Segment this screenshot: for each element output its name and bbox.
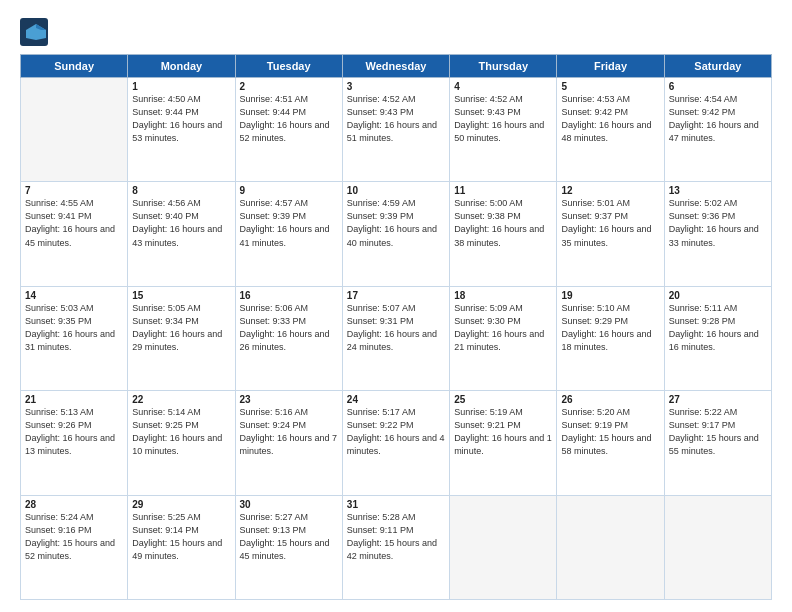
calendar-cell: 9Sunrise: 4:57 AMSunset: 9:39 PMDaylight… bbox=[235, 182, 342, 286]
dow-header: Wednesday bbox=[342, 55, 449, 78]
logo bbox=[20, 18, 52, 46]
day-number: 6 bbox=[669, 81, 767, 92]
day-number: 17 bbox=[347, 290, 445, 301]
calendar-cell: 25Sunrise: 5:19 AMSunset: 9:21 PMDayligh… bbox=[450, 391, 557, 495]
day-number: 8 bbox=[132, 185, 230, 196]
calendar-cell: 13Sunrise: 5:02 AMSunset: 9:36 PMDayligh… bbox=[664, 182, 771, 286]
calendar-cell: 21Sunrise: 5:13 AMSunset: 9:26 PMDayligh… bbox=[21, 391, 128, 495]
calendar-cell bbox=[21, 78, 128, 182]
cell-content: Sunrise: 4:52 AMSunset: 9:43 PMDaylight:… bbox=[347, 94, 437, 143]
dow-header: Tuesday bbox=[235, 55, 342, 78]
calendar-cell: 3Sunrise: 4:52 AMSunset: 9:43 PMDaylight… bbox=[342, 78, 449, 182]
calendar-cell: 11Sunrise: 5:00 AMSunset: 9:38 PMDayligh… bbox=[450, 182, 557, 286]
cell-content: Sunrise: 5:00 AMSunset: 9:38 PMDaylight:… bbox=[454, 198, 544, 247]
cell-content: Sunrise: 5:14 AMSunset: 9:25 PMDaylight:… bbox=[132, 407, 222, 456]
calendar-cell: 6Sunrise: 4:54 AMSunset: 9:42 PMDaylight… bbox=[664, 78, 771, 182]
day-number: 4 bbox=[454, 81, 552, 92]
calendar-cell: 15Sunrise: 5:05 AMSunset: 9:34 PMDayligh… bbox=[128, 286, 235, 390]
calendar-cell: 10Sunrise: 4:59 AMSunset: 9:39 PMDayligh… bbox=[342, 182, 449, 286]
day-number: 21 bbox=[25, 394, 123, 405]
dow-header: Monday bbox=[128, 55, 235, 78]
cell-content: Sunrise: 4:54 AMSunset: 9:42 PMDaylight:… bbox=[669, 94, 759, 143]
day-number: 1 bbox=[132, 81, 230, 92]
cell-content: Sunrise: 5:02 AMSunset: 9:36 PMDaylight:… bbox=[669, 198, 759, 247]
calendar-week-row: 14Sunrise: 5:03 AMSunset: 9:35 PMDayligh… bbox=[21, 286, 772, 390]
calendar-week-row: 21Sunrise: 5:13 AMSunset: 9:26 PMDayligh… bbox=[21, 391, 772, 495]
dow-header: Sunday bbox=[21, 55, 128, 78]
header bbox=[20, 18, 772, 46]
calendar-week-row: 1Sunrise: 4:50 AMSunset: 9:44 PMDaylight… bbox=[21, 78, 772, 182]
day-number: 9 bbox=[240, 185, 338, 196]
cell-content: Sunrise: 5:28 AMSunset: 9:11 PMDaylight:… bbox=[347, 512, 437, 561]
calendar-cell: 17Sunrise: 5:07 AMSunset: 9:31 PMDayligh… bbox=[342, 286, 449, 390]
day-number: 12 bbox=[561, 185, 659, 196]
day-number: 18 bbox=[454, 290, 552, 301]
day-number: 3 bbox=[347, 81, 445, 92]
calendar-cell: 24Sunrise: 5:17 AMSunset: 9:22 PMDayligh… bbox=[342, 391, 449, 495]
day-number: 31 bbox=[347, 499, 445, 510]
page: SundayMondayTuesdayWednesdayThursdayFrid… bbox=[0, 0, 792, 612]
calendar-table: SundayMondayTuesdayWednesdayThursdayFrid… bbox=[20, 54, 772, 600]
cell-content: Sunrise: 5:09 AMSunset: 9:30 PMDaylight:… bbox=[454, 303, 544, 352]
calendar-cell: 4Sunrise: 4:52 AMSunset: 9:43 PMDaylight… bbox=[450, 78, 557, 182]
cell-content: Sunrise: 5:05 AMSunset: 9:34 PMDaylight:… bbox=[132, 303, 222, 352]
cell-content: Sunrise: 5:16 AMSunset: 9:24 PMDaylight:… bbox=[240, 407, 338, 456]
calendar-week-row: 28Sunrise: 5:24 AMSunset: 9:16 PMDayligh… bbox=[21, 495, 772, 599]
cell-content: Sunrise: 5:07 AMSunset: 9:31 PMDaylight:… bbox=[347, 303, 437, 352]
day-number: 30 bbox=[240, 499, 338, 510]
cell-content: Sunrise: 5:24 AMSunset: 9:16 PMDaylight:… bbox=[25, 512, 115, 561]
cell-content: Sunrise: 5:13 AMSunset: 9:26 PMDaylight:… bbox=[25, 407, 115, 456]
calendar-cell: 14Sunrise: 5:03 AMSunset: 9:35 PMDayligh… bbox=[21, 286, 128, 390]
calendar-cell: 31Sunrise: 5:28 AMSunset: 9:11 PMDayligh… bbox=[342, 495, 449, 599]
cell-content: Sunrise: 5:03 AMSunset: 9:35 PMDaylight:… bbox=[25, 303, 115, 352]
day-number: 29 bbox=[132, 499, 230, 510]
calendar-cell: 5Sunrise: 4:53 AMSunset: 9:42 PMDaylight… bbox=[557, 78, 664, 182]
calendar-cell bbox=[664, 495, 771, 599]
calendar-cell: 1Sunrise: 4:50 AMSunset: 9:44 PMDaylight… bbox=[128, 78, 235, 182]
calendar-cell: 26Sunrise: 5:20 AMSunset: 9:19 PMDayligh… bbox=[557, 391, 664, 495]
cell-content: Sunrise: 5:11 AMSunset: 9:28 PMDaylight:… bbox=[669, 303, 759, 352]
day-number: 27 bbox=[669, 394, 767, 405]
day-number: 10 bbox=[347, 185, 445, 196]
day-number: 23 bbox=[240, 394, 338, 405]
cell-content: Sunrise: 5:06 AMSunset: 9:33 PMDaylight:… bbox=[240, 303, 330, 352]
day-number: 15 bbox=[132, 290, 230, 301]
day-number: 13 bbox=[669, 185, 767, 196]
days-of-week-row: SundayMondayTuesdayWednesdayThursdayFrid… bbox=[21, 55, 772, 78]
day-number: 7 bbox=[25, 185, 123, 196]
day-number: 2 bbox=[240, 81, 338, 92]
calendar-cell: 27Sunrise: 5:22 AMSunset: 9:17 PMDayligh… bbox=[664, 391, 771, 495]
day-number: 20 bbox=[669, 290, 767, 301]
calendar-cell: 7Sunrise: 4:55 AMSunset: 9:41 PMDaylight… bbox=[21, 182, 128, 286]
cell-content: Sunrise: 5:27 AMSunset: 9:13 PMDaylight:… bbox=[240, 512, 330, 561]
day-number: 22 bbox=[132, 394, 230, 405]
day-number: 28 bbox=[25, 499, 123, 510]
day-number: 24 bbox=[347, 394, 445, 405]
calendar-cell: 30Sunrise: 5:27 AMSunset: 9:13 PMDayligh… bbox=[235, 495, 342, 599]
cell-content: Sunrise: 5:17 AMSunset: 9:22 PMDaylight:… bbox=[347, 407, 445, 456]
cell-content: Sunrise: 5:20 AMSunset: 9:19 PMDaylight:… bbox=[561, 407, 651, 456]
cell-content: Sunrise: 5:19 AMSunset: 9:21 PMDaylight:… bbox=[454, 407, 552, 456]
calendar-body: 1Sunrise: 4:50 AMSunset: 9:44 PMDaylight… bbox=[21, 78, 772, 600]
calendar-cell bbox=[450, 495, 557, 599]
calendar-cell: 16Sunrise: 5:06 AMSunset: 9:33 PMDayligh… bbox=[235, 286, 342, 390]
calendar-cell: 8Sunrise: 4:56 AMSunset: 9:40 PMDaylight… bbox=[128, 182, 235, 286]
dow-header: Saturday bbox=[664, 55, 771, 78]
day-number: 16 bbox=[240, 290, 338, 301]
calendar-cell: 12Sunrise: 5:01 AMSunset: 9:37 PMDayligh… bbox=[557, 182, 664, 286]
day-number: 14 bbox=[25, 290, 123, 301]
dow-header: Thursday bbox=[450, 55, 557, 78]
day-number: 26 bbox=[561, 394, 659, 405]
day-number: 25 bbox=[454, 394, 552, 405]
calendar-week-row: 7Sunrise: 4:55 AMSunset: 9:41 PMDaylight… bbox=[21, 182, 772, 286]
calendar-cell: 2Sunrise: 4:51 AMSunset: 9:44 PMDaylight… bbox=[235, 78, 342, 182]
calendar-cell: 23Sunrise: 5:16 AMSunset: 9:24 PMDayligh… bbox=[235, 391, 342, 495]
calendar-cell: 29Sunrise: 5:25 AMSunset: 9:14 PMDayligh… bbox=[128, 495, 235, 599]
day-number: 19 bbox=[561, 290, 659, 301]
cell-content: Sunrise: 4:50 AMSunset: 9:44 PMDaylight:… bbox=[132, 94, 222, 143]
dow-header: Friday bbox=[557, 55, 664, 78]
cell-content: Sunrise: 4:57 AMSunset: 9:39 PMDaylight:… bbox=[240, 198, 330, 247]
calendar-cell: 20Sunrise: 5:11 AMSunset: 9:28 PMDayligh… bbox=[664, 286, 771, 390]
calendar-cell: 22Sunrise: 5:14 AMSunset: 9:25 PMDayligh… bbox=[128, 391, 235, 495]
calendar-cell bbox=[557, 495, 664, 599]
